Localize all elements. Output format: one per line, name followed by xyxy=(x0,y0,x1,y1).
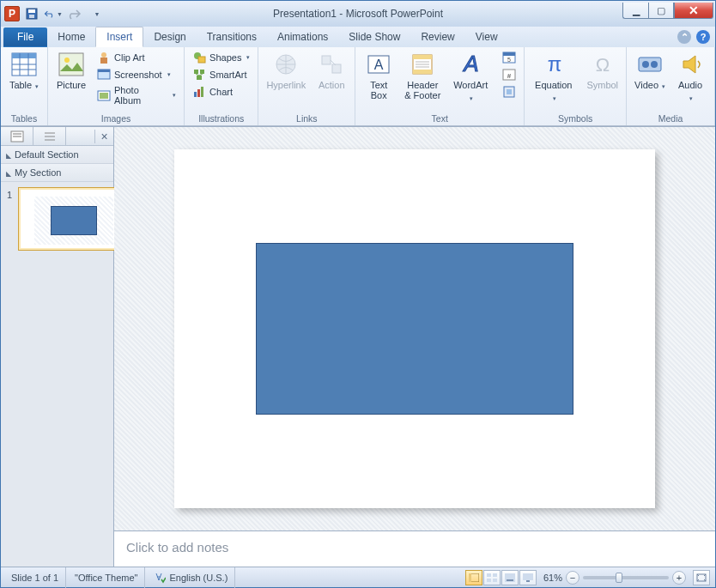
tab-view[interactable]: View xyxy=(465,27,508,47)
audio-button[interactable]: Audio ▾ xyxy=(672,49,710,106)
view-slideshow-button[interactable] xyxy=(519,570,537,585)
close-button[interactable]: ✕ xyxy=(674,3,713,19)
svg-rect-22 xyxy=(194,92,197,97)
zoom-out-button[interactable]: − xyxy=(566,571,579,585)
svg-rect-19 xyxy=(194,70,198,74)
header-footer-button[interactable]: Header & Footer xyxy=(401,49,444,102)
status-bar: Slide 1 of 1 "Office Theme" English (U.S… xyxy=(1,567,715,587)
tab-animations[interactable]: Animations xyxy=(267,27,338,47)
ribbon-minimize-icon[interactable]: ⌃ xyxy=(677,30,691,44)
svg-rect-31 xyxy=(413,55,432,59)
panel-tab-outline[interactable] xyxy=(33,127,66,146)
qat-undo-icon[interactable]: ▼ xyxy=(44,4,63,23)
wordart-button[interactable]: A WordArt ▾ xyxy=(447,49,495,106)
svg-text:π: π xyxy=(548,52,562,76)
action-icon xyxy=(318,51,345,78)
symbol-button[interactable]: Ω Symbol xyxy=(583,49,622,92)
symbol-icon: Ω xyxy=(589,51,616,78)
table-button[interactable]: Table ▾ xyxy=(5,49,43,94)
tab-transitions[interactable]: Transitions xyxy=(197,27,267,47)
status-theme: "Office Theme" xyxy=(68,567,145,588)
svg-rect-16 xyxy=(100,93,108,99)
svg-point-48 xyxy=(651,61,658,68)
shapes-icon xyxy=(192,51,206,64)
object-button[interactable] xyxy=(499,83,519,100)
equation-icon: π xyxy=(541,51,568,78)
zoom-level[interactable]: 61% xyxy=(543,573,562,583)
tab-slideshow[interactable]: Slide Show xyxy=(338,27,410,47)
picture-button[interactable]: Picture xyxy=(52,49,90,92)
panel-close-button[interactable]: × xyxy=(94,130,113,143)
zoom-slider[interactable] xyxy=(583,576,669,579)
notes-pane[interactable]: Click to add notes xyxy=(114,530,715,567)
svg-rect-20 xyxy=(200,70,204,74)
svg-rect-23 xyxy=(197,89,200,97)
screenshot-icon xyxy=(97,68,111,82)
help-icon[interactable]: ? xyxy=(696,30,710,44)
svg-text:5: 5 xyxy=(507,57,511,63)
ribbon-tabs: File Home Insert Design Transitions Anim… xyxy=(1,27,715,47)
svg-rect-2 xyxy=(29,15,34,18)
tab-design[interactable]: Design xyxy=(143,27,196,47)
equation-button[interactable]: π Equation ▾ xyxy=(529,49,579,106)
table-icon xyxy=(10,51,38,78)
svg-text:#: # xyxy=(507,72,512,80)
panel-tab-slides[interactable] xyxy=(1,127,33,146)
maximize-button[interactable]: ▢ xyxy=(648,3,674,19)
video-icon xyxy=(636,51,664,78)
qat-customize-icon[interactable]: ▼ xyxy=(87,4,106,23)
datetime-button[interactable]: 5 xyxy=(499,49,519,66)
slide-edit-area[interactable] xyxy=(114,127,715,530)
object-icon xyxy=(502,85,516,99)
video-button[interactable]: Video ▾ xyxy=(631,49,669,94)
window-title: Presentation1 - Microsoft PowerPoint xyxy=(1,8,715,20)
header-footer-icon xyxy=(409,51,436,78)
clipart-icon xyxy=(97,51,111,64)
svg-rect-62 xyxy=(507,579,513,581)
clipart-button[interactable]: Clip Art xyxy=(94,49,179,66)
group-text-label: Text xyxy=(360,112,519,125)
slide-canvas[interactable] xyxy=(174,149,655,508)
group-images-label: Images xyxy=(52,112,179,125)
view-normal-button[interactable] xyxy=(465,570,482,585)
svg-rect-4 xyxy=(12,53,36,58)
textbox-icon: A xyxy=(365,51,392,78)
photoalbum-button[interactable]: Photo Album▾ xyxy=(94,83,179,107)
tab-home[interactable]: Home xyxy=(47,27,95,47)
section-my[interactable]: ◣My Section xyxy=(1,164,113,182)
rectangle-shape[interactable] xyxy=(256,243,573,415)
minimize-button[interactable]: ▁ xyxy=(622,3,648,19)
action-button[interactable]: Action xyxy=(312,49,350,92)
svg-rect-32 xyxy=(413,70,432,74)
status-language[interactable]: English (U.S.) xyxy=(147,567,235,588)
svg-rect-46 xyxy=(639,58,661,71)
chart-button[interactable]: Chart xyxy=(189,83,253,100)
hyperlink-icon xyxy=(272,51,300,78)
zoom-in-button[interactable]: + xyxy=(672,571,686,585)
tab-file[interactable]: File xyxy=(3,27,47,47)
textbox-button[interactable]: A Text Box xyxy=(360,49,397,102)
group-illustrations-label: Illustrations xyxy=(189,112,253,125)
picture-icon xyxy=(58,51,85,78)
qat-redo-icon[interactable] xyxy=(65,4,84,23)
section-default[interactable]: ◣Default Section xyxy=(1,146,113,164)
view-sorter-button[interactable] xyxy=(483,570,501,585)
svg-point-47 xyxy=(642,61,649,68)
svg-rect-14 xyxy=(98,70,110,72)
svg-rect-59 xyxy=(487,579,491,582)
svg-text:A: A xyxy=(374,58,384,72)
slidenumber-button[interactable]: # xyxy=(499,66,519,83)
view-reading-button[interactable] xyxy=(501,570,519,585)
tab-insert[interactable]: Insert xyxy=(95,27,143,47)
qat-save-icon[interactable] xyxy=(22,4,41,23)
tab-review[interactable]: Review xyxy=(410,27,464,47)
svg-rect-57 xyxy=(487,573,491,577)
group-links-label: Links xyxy=(263,112,350,125)
hyperlink-button[interactable]: Hyperlink xyxy=(263,49,309,92)
svg-rect-1 xyxy=(28,9,35,13)
smartart-button[interactable]: SmartArt xyxy=(189,66,253,83)
shapes-button[interactable]: Shapes▾ xyxy=(189,49,253,66)
screenshot-button[interactable]: Screenshot▾ xyxy=(94,66,179,83)
slide-thumbnail-1[interactable]: 1 xyxy=(18,187,119,251)
fit-to-window-button[interactable] xyxy=(693,570,710,585)
